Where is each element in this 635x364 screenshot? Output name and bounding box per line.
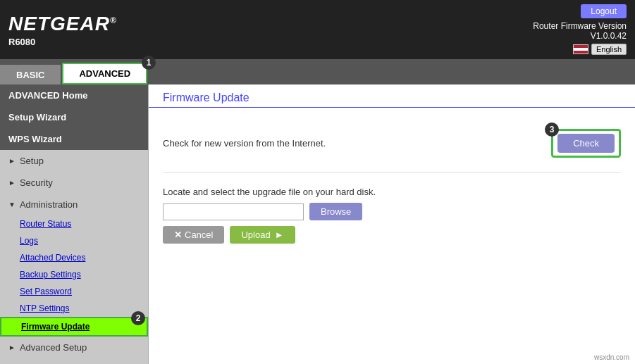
tab-basic[interactable]: BASIC <box>0 65 61 84</box>
sidebar-section-security[interactable]: ► Security <box>0 172 148 194</box>
firmware-version-text: Router Firmware Version V1.0.0.42 <box>533 21 627 41</box>
page-title: Firmware Update <box>163 92 621 104</box>
badge-2: 2 <box>131 311 145 325</box>
file-input[interactable] <box>163 203 304 220</box>
sidebar-section-advanced-setup[interactable]: ► Advanced Setup <box>0 337 148 358</box>
sidebar-item-router-status[interactable]: Router Status <box>0 215 148 232</box>
sidebar-section-setup[interactable]: ► Setup <box>0 150 148 172</box>
arrow-right-icon-upload: ► <box>275 230 284 240</box>
tab-advanced-container: ADVANCED 1 <box>62 63 149 84</box>
arrow-down-icon-admin: ▼ <box>8 201 16 208</box>
upload-label: Locate and select the upgrade file on yo… <box>163 187 621 197</box>
badge-3: 3 <box>545 123 559 137</box>
sidebar-item-advanced-home[interactable]: ADVANCED Home <box>0 84 148 106</box>
logo-area: NETGEAR® R6080 <box>8 13 117 47</box>
check-section: Check for new version from the Internet.… <box>163 122 621 172</box>
upload-section: Locate and select the upgrade file on yo… <box>163 172 621 258</box>
watermark: wsxdn.com <box>594 353 629 361</box>
sidebar-item-wps-wizard[interactable]: WPS Wizard <box>0 128 148 150</box>
upload-button[interactable]: Upload ► <box>230 226 295 244</box>
sidebar-item-logs[interactable]: Logs <box>0 232 148 249</box>
sidebar-item-set-password[interactable]: Set Password <box>0 283 148 300</box>
language-label: English <box>591 44 627 55</box>
x-icon: ✕ <box>174 230 182 240</box>
language-selector[interactable]: English <box>573 44 627 55</box>
sidebar-admin-subsection: Router Status Logs Attached Devices Back… <box>0 215 148 337</box>
tab-bar: BASIC ADVANCED 1 <box>0 59 635 84</box>
cancel-button[interactable]: ✕ Cancel <box>163 226 224 244</box>
tab-advanced[interactable]: ADVANCED <box>62 63 147 84</box>
check-label: Check for new version from the Internet. <box>163 138 326 149</box>
sidebar-item-setup-wizard[interactable]: Setup Wizard <box>0 106 148 128</box>
header-right: Logout Router Firmware Version V1.0.0.42… <box>533 4 627 55</box>
arrow-right-icon-advanced: ► <box>8 344 16 351</box>
sidebar-item-ntp-settings[interactable]: NTP Settings <box>0 300 148 317</box>
check-btn-wrapper: Check 3 <box>551 129 621 158</box>
badge-1: 1 <box>142 56 156 70</box>
sidebar-item-attached-devices[interactable]: Attached Devices <box>0 249 148 266</box>
main-layout: ADVANCED Home Setup Wizard WPS Wizard ► … <box>0 84 635 364</box>
content-header: Firmware Update <box>149 84 635 108</box>
browse-button[interactable]: Browse <box>309 203 362 220</box>
upload-row: Browse <box>163 203 621 220</box>
model-text: R6080 <box>8 37 117 47</box>
content-body: Check for new version from the Internet.… <box>149 108 635 272</box>
logo: NETGEAR® <box>8 13 117 35</box>
header: NETGEAR® R6080 Logout Router Firmware Ve… <box>0 0 635 59</box>
sidebar-item-firmware-update[interactable]: Firmware Update <box>0 317 148 337</box>
action-row: ✕ Cancel Upload ► <box>163 226 621 244</box>
sidebar-section-administration[interactable]: ▼ Administration <box>0 194 148 215</box>
sidebar-item-backup-settings[interactable]: Backup Settings <box>0 266 148 283</box>
flag-icon <box>573 44 588 54</box>
arrow-right-icon: ► <box>8 157 16 165</box>
sidebar: ADVANCED Home Setup Wizard WPS Wizard ► … <box>0 84 148 364</box>
check-button[interactable]: Check <box>557 134 615 153</box>
logout-button[interactable]: Logout <box>581 4 627 18</box>
arrow-right-icon-security: ► <box>8 179 16 187</box>
firmware-sidebar-wrapper: Firmware Update 2 <box>0 317 148 337</box>
content-area: Firmware Update Check for new version fr… <box>148 84 635 364</box>
